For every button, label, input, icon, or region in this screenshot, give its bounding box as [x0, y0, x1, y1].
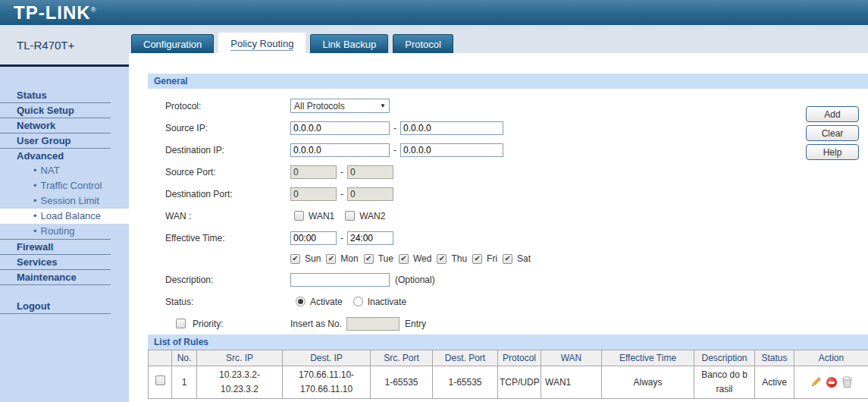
day-thu-label: Thu	[451, 253, 467, 264]
day-fri-label: Fri	[487, 253, 497, 264]
day-mon-checkbox[interactable]	[326, 254, 336, 264]
row-protocol: TCP/UDP	[498, 366, 541, 399]
sidebar-item-services[interactable]: Services	[0, 255, 129, 269]
source-ip-to-input[interactable]	[400, 121, 503, 135]
row-description: Banco do b rasil	[694, 366, 755, 399]
bullet-icon: •	[33, 210, 37, 221]
sidebar-item-user-group[interactable]: User Group	[0, 133, 129, 148]
tab-policy-routing[interactable]: Policy Routing	[218, 33, 306, 53]
day-sat-checkbox[interactable]	[503, 254, 512, 264]
destination-ip-label: Destination IP:	[165, 145, 290, 155]
effective-time-label: Effective Time:	[165, 233, 290, 243]
row-dest-ip: 170.66.11.10- 170.66.11.10	[283, 366, 371, 399]
wan1-checkbox[interactable]	[294, 211, 304, 221]
day-wed-label: Wed	[413, 253, 431, 264]
sidebar-item-quick-setup[interactable]: Quick Setup	[0, 103, 129, 118]
range-dash: -	[340, 189, 343, 199]
destination-ip-to-input[interactable]	[400, 143, 503, 157]
source-ip-from-input[interactable]	[290, 121, 390, 135]
row-dest-port: 1-65535	[433, 366, 498, 399]
bullet-icon: •	[33, 180, 37, 191]
general-section-header: General	[148, 74, 868, 89]
range-dash: -	[340, 233, 343, 243]
col-description: Description	[694, 350, 755, 366]
row-src-port: 1-65535	[371, 366, 433, 399]
effective-time-from-input[interactable]	[290, 231, 337, 245]
col-wan: WAN	[541, 350, 602, 366]
col-protocol: Protocol	[498, 350, 541, 366]
disable-icon[interactable]	[826, 377, 837, 388]
add-button[interactable]: Add	[806, 106, 859, 122]
destination-ip-from-input[interactable]	[290, 143, 390, 157]
tab-protocol[interactable]: Protocol	[393, 34, 453, 53]
sidebar-item-traffic-control[interactable]: •Traffic Control	[0, 178, 129, 193]
chevron-down-icon: ▼	[380, 102, 386, 109]
protocol-select[interactable]: All Protocols ▼	[290, 99, 390, 113]
table-row: 1 10.23.3.2- 10.23.3.2 170.66.11.10- 170…	[149, 366, 868, 399]
entry-label: Entry	[405, 319, 426, 329]
description-label: Description:	[165, 275, 290, 285]
sidebar-item-session-limit[interactable]: •Session Limit	[0, 193, 129, 209]
day-sat-label: Sat	[517, 253, 531, 264]
row-src-ip: 10.23.3.2- 10.23.3.2	[197, 366, 283, 399]
status-activate-radio[interactable]	[296, 297, 306, 306]
wan2-checkbox[interactable]	[345, 211, 355, 221]
sidebar-item-advanced[interactable]: Advanced	[0, 149, 129, 163]
tab-configuration[interactable]: Configuration	[131, 34, 214, 53]
row-wan: WAN1	[541, 366, 602, 399]
insert-as-no-input	[346, 317, 400, 331]
protocol-label: Protocol:	[165, 101, 290, 111]
source-port-from-input	[290, 165, 337, 179]
day-thu-checkbox[interactable]	[437, 254, 447, 264]
day-sun-checkbox[interactable]	[290, 254, 300, 264]
source-ip-label: Source IP:	[165, 123, 290, 133]
status-inactivate-radio[interactable]	[353, 297, 363, 306]
col-src-ip: Src. IP	[197, 350, 283, 366]
edit-icon[interactable]	[810, 376, 822, 388]
sidebar-item-maintenance[interactable]: Maintenance	[0, 270, 129, 284]
col-dest-port: Dest. Port	[433, 350, 498, 366]
sidebar-item-nat[interactable]: •NAT	[0, 163, 129, 178]
device-model: TL-R470T+	[0, 25, 129, 64]
sidebar-item-load-balance[interactable]: •Load Balance	[0, 209, 129, 224]
delete-icon[interactable]	[841, 376, 853, 388]
wan1-checkbox-label: WAN1	[309, 211, 334, 221]
tplink-logo: TP-LINK®	[14, 4, 96, 22]
row-select-cell	[149, 366, 172, 399]
sidebar-item-status[interactable]: Status	[0, 88, 129, 102]
tab-bar: Configuration Policy Routing Link Backup…	[129, 25, 868, 53]
day-tue-label: Tue	[378, 253, 393, 264]
col-status: Status	[755, 350, 794, 366]
sidebar: Status Quick Setup Network User Group Ad…	[0, 67, 129, 402]
destination-port-to-input	[347, 187, 393, 201]
protocol-selected-value: All Protocols	[294, 101, 345, 111]
priority-checkbox[interactable]	[176, 319, 186, 328]
select-column-header	[149, 350, 172, 366]
day-tue-checkbox[interactable]	[364, 254, 374, 264]
sidebar-item-routing[interactable]: •Routing	[0, 224, 129, 239]
description-input[interactable]	[290, 273, 390, 287]
status-activate-label: Activate	[310, 297, 343, 307]
sidebar-item-network[interactable]: Network	[0, 118, 129, 133]
sidebar-item-firewall[interactable]: Firewall	[0, 240, 129, 254]
range-dash: -	[340, 167, 343, 177]
status-inactivate-label: Inactivate	[368, 297, 406, 307]
day-fri-checkbox[interactable]	[472, 254, 482, 264]
row-select-checkbox[interactable]	[155, 375, 165, 385]
destination-port-label: Destination Port:	[165, 189, 290, 199]
row-status: Active	[755, 366, 794, 399]
insert-as-no-label: Insert as No.	[290, 319, 342, 329]
wan2-checkbox-label: WAN2	[359, 211, 385, 221]
day-wed-checkbox[interactable]	[399, 254, 409, 264]
priority-label: Priority:	[193, 319, 224, 329]
clear-button[interactable]: Clear	[806, 125, 859, 141]
effective-time-to-input[interactable]	[347, 231, 393, 245]
help-button[interactable]: Help	[806, 144, 859, 160]
bullet-icon: •	[33, 195, 37, 206]
destination-port-from-input	[290, 187, 337, 201]
status-label: Status:	[165, 297, 290, 307]
sidebar-item-logout[interactable]: Logout	[0, 299, 129, 313]
row-effective-time: Always	[602, 366, 694, 399]
tab-link-backup[interactable]: Link Backup	[310, 34, 388, 53]
registered-mark: ®	[91, 6, 97, 14]
